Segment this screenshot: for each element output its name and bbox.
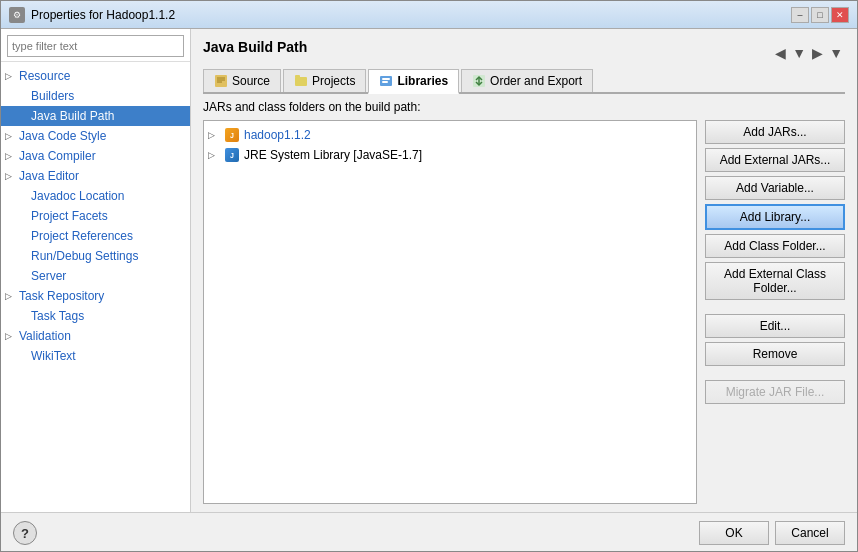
sidebar-item-java-build-path[interactable]: Java Build Path <box>1 106 190 126</box>
svg-rect-8 <box>382 81 388 83</box>
sidebar-label-builders: Builders <box>31 89 74 103</box>
jre-icon: J <box>224 147 240 163</box>
sidebar-label-resource: Resource <box>19 69 70 83</box>
svg-rect-0 <box>215 75 227 87</box>
add-external-jars-button[interactable]: Add External JARs... <box>705 148 845 172</box>
close-button[interactable]: ✕ <box>831 7 849 23</box>
right-panel: Java Build Path ◀ ▼ ▶ ▼ SourceProjectsLi… <box>191 29 857 512</box>
tree-label-jre: JRE System Library [JavaSE-1.7] <box>244 148 422 162</box>
sidebar-item-javadoc-location[interactable]: Javadoc Location <box>1 186 190 206</box>
expand-arrow-icon: ▷ <box>5 71 15 81</box>
sidebar-item-wikitext[interactable]: WikiText <box>1 346 190 366</box>
button-spacer <box>705 370 845 376</box>
sidebar-item-project-facets[interactable]: Project Facets <box>1 206 190 226</box>
tab-label-libraries: Libraries <box>397 74 448 88</box>
sidebar-label-run-debug-settings: Run/Debug Settings <box>31 249 138 263</box>
add-external-class-folder-button[interactable]: Add External Class Folder... <box>705 262 845 300</box>
nav-back-button[interactable]: ◀ <box>773 45 788 61</box>
sidebar-item-project-references[interactable]: Project References <box>1 226 190 246</box>
tree-expand-icon: ▷ <box>208 130 220 140</box>
sidebar-item-builders[interactable]: Builders <box>1 86 190 106</box>
svg-rect-7 <box>382 78 390 80</box>
sidebar-label-java-code-style: Java Code Style <box>19 129 106 143</box>
migrate-jar-button: Migrate JAR File... <box>705 380 845 404</box>
tree-panel: ▷Jhadoop1.1.2▷JJRE System Library [JavaS… <box>203 120 697 504</box>
titlebar: ⚙ Properties for Hadoop1.1.2 – □ ✕ <box>1 1 857 29</box>
sidebar-label-java-compiler: Java Compiler <box>19 149 96 163</box>
nav-dropdown-button[interactable]: ▼ <box>790 45 808 61</box>
expand-arrow-icon: ▷ <box>5 291 15 301</box>
tab-libraries[interactable]: Libraries <box>368 69 459 94</box>
sidebar-item-java-compiler[interactable]: ▷Java Compiler <box>1 146 190 166</box>
sidebar-item-validation[interactable]: ▷Validation <box>1 326 190 346</box>
tab-source[interactable]: Source <box>203 69 281 92</box>
add-variable-button[interactable]: Add Variable... <box>705 176 845 200</box>
sidebar-label-java-build-path: Java Build Path <box>31 109 114 123</box>
sidebar: ▷ResourceBuildersJava Build Path▷Java Co… <box>1 29 191 512</box>
tab-label-projects: Projects <box>312 74 355 88</box>
sidebar-item-task-repository[interactable]: ▷Task Repository <box>1 286 190 306</box>
ok-button[interactable]: OK <box>699 521 769 545</box>
source-tab-icon <box>214 74 228 88</box>
main-content: ▷ResourceBuildersJava Build Path▷Java Co… <box>1 29 857 512</box>
panel-nav: ◀ ▼ ▶ ▼ <box>773 45 845 61</box>
projects-tab-icon <box>294 74 308 88</box>
expand-arrow-icon: ▷ <box>5 331 15 341</box>
panel-title: Java Build Path <box>203 39 307 55</box>
minimize-button[interactable]: – <box>791 7 809 23</box>
description-text: JARs and class folders on the build path… <box>203 100 845 114</box>
properties-dialog: ⚙ Properties for Hadoop1.1.2 – □ ✕ ▷Reso… <box>0 0 858 552</box>
tab-projects[interactable]: Projects <box>283 69 366 92</box>
help-button[interactable]: ? <box>13 521 37 545</box>
svg-rect-4 <box>295 77 307 86</box>
tree-label-hadoop: hadoop1.1.2 <box>244 128 311 142</box>
cancel-button[interactable]: Cancel <box>775 521 845 545</box>
sidebar-label-task-tags: Task Tags <box>31 309 84 323</box>
tabs-row: SourceProjectsLibrariesOrder and Export <box>203 69 845 94</box>
order-export-tab-icon <box>472 74 486 88</box>
tab-label-order-export: Order and Export <box>490 74 582 88</box>
tree-item-hadoop[interactable]: ▷Jhadoop1.1.2 <box>204 125 696 145</box>
nav-forward-button[interactable]: ▶ <box>810 45 825 61</box>
titlebar-left: ⚙ Properties for Hadoop1.1.2 <box>9 7 175 23</box>
add-jars-button[interactable]: Add JARs... <box>705 120 845 144</box>
sidebar-item-java-code-style[interactable]: ▷Java Code Style <box>1 126 190 146</box>
sidebar-label-wikitext: WikiText <box>31 349 76 363</box>
edit-button[interactable]: Edit... <box>705 314 845 338</box>
libraries-tab-icon <box>379 74 393 88</box>
dialog-title: Properties for Hadoop1.1.2 <box>31 8 175 22</box>
sidebar-item-task-tags[interactable]: Task Tags <box>1 306 190 326</box>
sidebar-list: ▷ResourceBuildersJava Build Path▷Java Co… <box>1 62 190 512</box>
remove-button[interactable]: Remove <box>705 342 845 366</box>
bottom-bar: ? OK Cancel <box>1 512 857 551</box>
titlebar-buttons: – □ ✕ <box>791 7 849 23</box>
tree-item-jre[interactable]: ▷JJRE System Library [JavaSE-1.7] <box>204 145 696 165</box>
sidebar-label-server: Server <box>31 269 66 283</box>
sidebar-label-task-repository: Task Repository <box>19 289 104 303</box>
maximize-button[interactable]: □ <box>811 7 829 23</box>
action-buttons-col: Add JARs...Add External JARs...Add Varia… <box>705 120 845 504</box>
add-class-folder-button[interactable]: Add Class Folder... <box>705 234 845 258</box>
tab-label-source: Source <box>232 74 270 88</box>
button-spacer <box>705 304 845 310</box>
sidebar-label-project-facets: Project Facets <box>31 209 108 223</box>
dialog-icon: ⚙ <box>9 7 25 23</box>
sidebar-item-run-debug-settings[interactable]: Run/Debug Settings <box>1 246 190 266</box>
add-library-button[interactable]: Add Library... <box>705 204 845 230</box>
tab-order-export[interactable]: Order and Export <box>461 69 593 92</box>
sidebar-item-server[interactable]: Server <box>1 266 190 286</box>
svg-rect-5 <box>295 75 300 78</box>
sidebar-item-resource[interactable]: ▷Resource <box>1 66 190 86</box>
sidebar-label-project-references: Project References <box>31 229 133 243</box>
nav-dropdown2-button[interactable]: ▼ <box>827 45 845 61</box>
sidebar-label-javadoc-location: Javadoc Location <box>31 189 124 203</box>
sidebar-item-java-editor[interactable]: ▷Java Editor <box>1 166 190 186</box>
content-area: JARs and class folders on the build path… <box>203 100 845 504</box>
filter-wrapper <box>1 29 190 62</box>
sidebar-label-java-editor: Java Editor <box>19 169 79 183</box>
tree-expand-icon: ▷ <box>208 150 220 160</box>
bottom-buttons: OK Cancel <box>699 521 845 545</box>
jar-icon: J <box>224 127 240 143</box>
filter-input[interactable] <box>7 35 184 57</box>
panel-header: Java Build Path ◀ ▼ ▶ ▼ <box>203 39 845 63</box>
